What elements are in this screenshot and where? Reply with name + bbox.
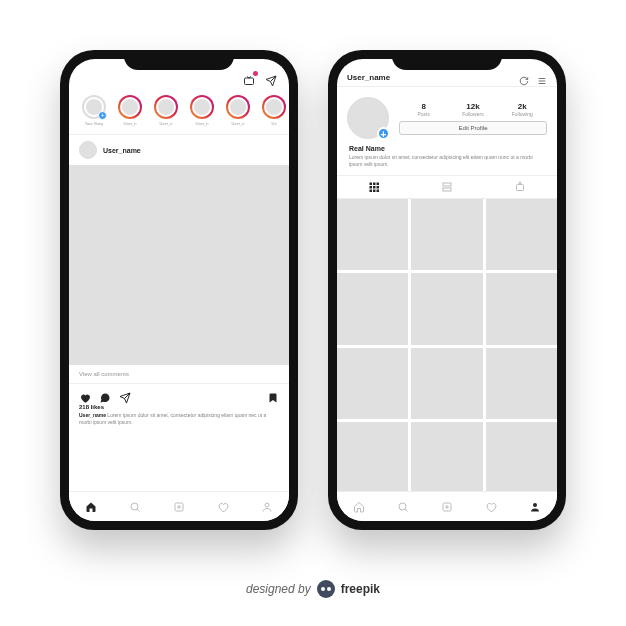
story-item[interactable]: User_n: [187, 95, 217, 126]
heart-icon[interactable]: [79, 390, 91, 402]
bookmark-icon[interactable]: [267, 390, 279, 402]
story-item[interactable]: User_n: [223, 95, 253, 126]
profile-screen: User_name + 8 Posts 12k: [337, 59, 557, 521]
post-username[interactable]: User_name: [103, 147, 141, 154]
notification-dot-icon: [253, 71, 258, 76]
stat-posts[interactable]: 8 Posts: [399, 102, 448, 117]
grid-post[interactable]: [337, 422, 408, 493]
tab-profile[interactable]: [245, 492, 289, 521]
story-label: Your Story: [85, 121, 104, 126]
profile-top: + 8 Posts 12k Followers 2k: [337, 87, 557, 145]
grid-post[interactable]: [486, 422, 557, 493]
tv-icon[interactable]: [243, 73, 255, 85]
svg-point-3: [265, 503, 269, 507]
story-label: Us: [272, 121, 277, 126]
tab-home[interactable]: [337, 492, 381, 521]
story-label: User_n: [160, 121, 173, 126]
tab-profile[interactable]: [513, 492, 557, 521]
profile-avatar[interactable]: +: [347, 97, 389, 139]
svg-rect-5: [373, 183, 376, 186]
tab-activity[interactable]: [469, 492, 513, 521]
svg-rect-14: [443, 188, 451, 191]
tab-grid[interactable]: [337, 176, 410, 198]
story-item[interactable]: User_n: [151, 95, 181, 126]
svg-rect-11: [373, 190, 376, 193]
post-caption: User_name Lorem ipsum dolor sit amet, co…: [69, 410, 289, 431]
caption-text: Lorem ipsum dolor sit amet, consectetur …: [79, 412, 266, 425]
svg-rect-0: [245, 78, 254, 85]
story-self[interactable]: + Your Story: [79, 95, 109, 126]
grid-post[interactable]: [486, 273, 557, 344]
post-actions: [69, 383, 289, 404]
grid-post[interactable]: [411, 348, 482, 419]
stat-following[interactable]: 2k Following: [498, 102, 547, 117]
profile-bio-text: Lorem ipsum dolor sit amet, consectetur …: [349, 154, 545, 167]
phone-notch: [392, 50, 502, 70]
plus-icon: +: [377, 127, 390, 140]
tab-add[interactable]: [157, 492, 201, 521]
svg-rect-12: [376, 190, 379, 193]
svg-rect-13: [443, 183, 451, 186]
tab-add[interactable]: [425, 492, 469, 521]
phone-profile: User_name + 8 Posts 12k: [328, 50, 566, 530]
attribution-prefix: designed by: [246, 582, 311, 596]
feed-screen: + Your Story User_n User_n User_n: [69, 59, 289, 521]
plus-icon: +: [98, 111, 107, 120]
tab-search[interactable]: [381, 492, 425, 521]
grid-post[interactable]: [337, 199, 408, 270]
tab-activity[interactable]: [201, 492, 245, 521]
avatar[interactable]: [79, 141, 97, 159]
svg-rect-9: [376, 186, 379, 189]
svg-rect-4: [369, 183, 372, 186]
grid-post[interactable]: [411, 199, 482, 270]
phone-feed: + Your Story User_n User_n User_n: [60, 50, 298, 530]
send-icon[interactable]: [265, 73, 277, 85]
phone-notch: [124, 50, 234, 70]
profile-tabs: [337, 175, 557, 199]
svg-point-1: [131, 503, 138, 510]
caption-username[interactable]: User_name: [79, 412, 106, 418]
profile-stats: 8 Posts 12k Followers 2k Following Edit …: [399, 102, 547, 135]
post-header: User_name: [69, 135, 289, 165]
tab-home[interactable]: [69, 492, 113, 521]
grid-post[interactable]: [337, 273, 408, 344]
profile-real-name: Real Name: [349, 145, 545, 152]
refresh-icon[interactable]: [519, 72, 529, 82]
profile-bio: Real Name Lorem ipsum dolor sit amet, co…: [337, 145, 557, 175]
svg-rect-6: [376, 183, 379, 186]
story-item[interactable]: User_n: [115, 95, 145, 126]
comment-icon[interactable]: [99, 390, 111, 402]
grid-post[interactable]: [486, 199, 557, 270]
svg-rect-10: [369, 190, 372, 193]
bottom-tabbar: [337, 491, 557, 521]
story-label: User_n: [232, 121, 245, 126]
story-label: User_n: [196, 121, 209, 126]
svg-rect-7: [369, 186, 372, 189]
tab-search[interactable]: [113, 492, 157, 521]
profile-username[interactable]: User_name: [347, 73, 511, 82]
stat-label: Followers: [448, 111, 497, 117]
share-icon[interactable]: [119, 390, 131, 402]
stat-followers[interactable]: 12k Followers: [448, 102, 497, 117]
svg-rect-15: [517, 185, 524, 191]
edit-profile-button[interactable]: Edit Profile: [399, 121, 547, 135]
freepik-logo-icon: [317, 580, 335, 598]
attribution: designed by freepik: [0, 580, 626, 598]
stat-number: 8: [399, 102, 448, 111]
grid-post[interactable]: [411, 422, 482, 493]
story-label: User_n: [124, 121, 137, 126]
view-comments-link[interactable]: View all comments: [69, 365, 289, 383]
menu-icon[interactable]: [537, 72, 547, 82]
grid-post[interactable]: [486, 348, 557, 419]
svg-rect-8: [373, 186, 376, 189]
story-item[interactable]: Us: [259, 95, 289, 126]
stat-label: Posts: [399, 111, 448, 117]
tab-tagged[interactable]: [484, 176, 557, 198]
post-image[interactable]: [69, 165, 289, 365]
grid-post[interactable]: [337, 348, 408, 419]
svg-point-17: [399, 503, 406, 510]
bottom-tabbar: [69, 491, 289, 521]
grid-post[interactable]: [411, 273, 482, 344]
tab-feed-view[interactable]: [410, 176, 483, 198]
stat-number: 12k: [448, 102, 497, 111]
